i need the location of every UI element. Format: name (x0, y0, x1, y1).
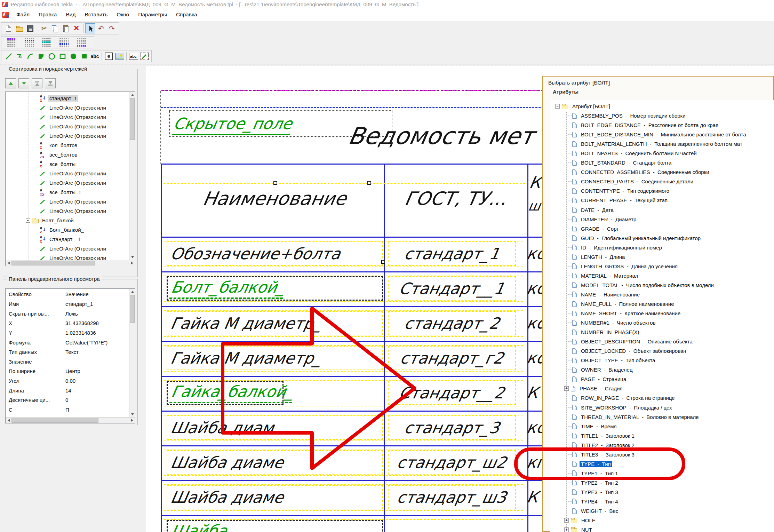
tree-item[interactable]: LineOrArc (Отрезок или (6, 244, 135, 253)
property-table[interactable]: Свойство Значение Имя стандарт_1 Скрыть … (5, 288, 135, 423)
move-down-button[interactable] (18, 78, 29, 88)
scroll-down-arrow[interactable] (129, 254, 135, 260)
hidden-field[interactable]: Скрытое_поле (174, 114, 292, 135)
row-standard-field[interactable]: Стандарт__1 (388, 276, 516, 301)
scroll-right-arrow[interactable] (129, 418, 135, 423)
property-row[interactable]: Значение (6, 357, 135, 367)
tree-item[interactable]: вес_болтов (6, 150, 135, 159)
tree-item[interactable]: LineOrArc (Отрезок или (6, 112, 135, 122)
attribute-item[interactable]: TYPE2 - Тип 2 (550, 478, 774, 487)
tree-vscroll-thumb[interactable] (130, 98, 135, 140)
header-col2[interactable]: ГОСТ, ТУ... (385, 188, 526, 209)
row-standard-field[interactable]: стандарт_3 (388, 415, 516, 440)
row-name-field[interactable]: Обозначение+болта (167, 241, 383, 266)
property-row[interactable]: Тип данных Текст (6, 347, 135, 357)
attribute-item[interactable]: TYPE3 - Тип 3 (550, 487, 774, 497)
attribute-item[interactable]: HOLE (550, 516, 774, 525)
row-name-field[interactable]: Гайка М диаметр_ (167, 346, 383, 370)
attribute-item[interactable]: CONTENTTYPE - Тип содержимого (550, 186, 774, 196)
property-row[interactable]: Длина 14 (6, 386, 135, 395)
scroll-up-arrow[interactable] (129, 92, 135, 98)
attribute-item[interactable]: DIAMETER - Диаметр (550, 215, 774, 224)
property-row[interactable]: С П (6, 405, 135, 415)
property-row[interactable]: Десятичные ци... 0 (6, 395, 135, 405)
row-standard-field[interactable]: стандарт_1 (388, 241, 516, 266)
attribute-item[interactable]: OWNER - Владелец (550, 365, 774, 374)
tree-item[interactable]: стандарт_1 (6, 94, 135, 103)
attribute-item[interactable]: OBJECT_DESCRIPTION - Описание объекта (550, 337, 774, 346)
attribute-item[interactable]: OBJECT_LOCKED - Объект заблокирован (550, 346, 774, 356)
property-vertical-scrollbar[interactable] (129, 289, 135, 417)
tree-item[interactable]: LineOrArc (Отрезок или (6, 131, 135, 141)
grip-handle[interactable] (381, 260, 385, 264)
attribute-item[interactable]: CURRENT_PHASE - Текущий этап (550, 196, 774, 205)
attribute-item[interactable]: TYPE4 - Тип 4 (550, 497, 774, 506)
attribute-item[interactable]: PHASE - Стадия (550, 384, 774, 393)
attribute-item[interactable]: TYPE1 - Тип 1 (550, 469, 774, 478)
property-row[interactable]: Имя стандарт_1 (6, 299, 135, 309)
property-row[interactable]: Угол 0.00 (6, 376, 135, 386)
attribute-item[interactable]: NAME_FULL - Полное наименование (550, 299, 774, 309)
expand-icon[interactable] (564, 527, 569, 532)
header-col3-line1[interactable]: К (529, 173, 541, 192)
attribute-item[interactable]: SITE_WORKSHOP - Площадка / цех (550, 403, 774, 412)
drawing-order-tree[interactable]: стандарт_1 LineOrArc (Отрезок или LineOr… (5, 92, 135, 266)
attribute-item[interactable]: TITLE3 - Заголовок 3 (550, 450, 774, 459)
row-standard-field[interactable]: стандарт_г2 (388, 346, 516, 370)
attribute-item[interactable]: TYPE - Тип (550, 459, 774, 469)
row-name-field[interactable]: Шайба_ (167, 520, 383, 532)
tree-item[interactable]: все_болты_1 (6, 188, 135, 197)
tree-item[interactable]: кол_болтов (6, 141, 135, 150)
tree-item[interactable]: LineOrArc (Отрезок или (6, 103, 135, 112)
attribute-item[interactable]: LENGTH - Длина (550, 252, 774, 262)
scroll-left-arrow[interactable] (6, 418, 11, 423)
attribute-item[interactable]: NUT (550, 525, 774, 532)
row-name-field[interactable]: Шайба диаме (167, 450, 383, 475)
expand-icon[interactable] (564, 518, 569, 523)
property-row[interactable]: По ширине Центр (6, 366, 135, 376)
attribute-item[interactable]: WEIGHT - Вес (550, 506, 774, 516)
attribute-item[interactable]: ROW_IN_PAGE - Строка на странице (550, 393, 774, 403)
tree-item[interactable]: LineOrArc (Отрезок или (6, 122, 135, 131)
grip-handle[interactable] (273, 181, 277, 185)
row-name-field[interactable]: Гайка М диаметр_ (167, 311, 383, 335)
attribute-item[interactable]: TITLE1 - Заголовок 1 (550, 431, 774, 440)
attribute-item[interactable]: ASSEMBLY_POS - Номер позиции сборки (550, 111, 774, 120)
attribute-item[interactable]: NUMBER#1 - Число объектов (550, 318, 774, 327)
tree-item[interactable]: LineOrArc (Отрезок или (6, 178, 135, 188)
section-boundary-line[interactable] (161, 107, 544, 108)
attribute-item[interactable]: NAME_SHORT - Краткое наименование (550, 309, 774, 318)
table-line[interactable] (161, 164, 544, 165)
move-up-button[interactable] (5, 78, 16, 88)
tree-item[interactable]: LineOrArc (Отрезок или (6, 197, 135, 206)
row-standard-field[interactable]: стандарт_ш3 (388, 485, 516, 509)
attribute-item[interactable]: BOLT_STANDARD - Стандарт болта (550, 158, 774, 167)
attribute-item[interactable]: TITLE2 - Заголовок 2 (550, 440, 774, 450)
sheet-title[interactable]: Ведомость мет (349, 122, 534, 150)
row-name-field[interactable]: Шайба диаме (167, 485, 383, 509)
tree-item[interactable]: Стандарт__1 (6, 235, 135, 244)
attribute-item[interactable]: NUMBER_IN_PHASE(X) (550, 327, 774, 337)
attribute-item[interactable]: BOLT_MATERIAL_LENGTH - Толщина закреплен… (550, 139, 774, 149)
tree-vertical-scrollbar[interactable] (129, 92, 135, 260)
attribute-item[interactable]: MATERIAL - Материал (550, 271, 774, 280)
row-qty-field[interactable]: К (527, 383, 538, 402)
attribute-item[interactable]: CONNECTED_ASSEMBLIES - Соединенные сборк… (550, 167, 774, 177)
move-to-bottom-button[interactable] (45, 78, 56, 88)
attribute-list[interactable]: Атрибут [БОЛТ] ASSEMBLY_POS - Номер пози… (550, 100, 774, 532)
scroll-down-arrow[interactable] (129, 411, 135, 417)
header-col3-line2[interactable]: ш (528, 198, 541, 214)
attribute-root-item[interactable]: Атрибут [БОЛТ] (550, 102, 774, 111)
attribute-item[interactable]: LENGTH_GROSS - Длина до усечения (550, 262, 774, 271)
attribute-item[interactable]: CONNECTED_PARTS - Соединенные детали (550, 177, 774, 186)
attribute-item[interactable]: NAME - Наименование (550, 290, 774, 299)
property-row[interactable]: Формула GetValue("TYPE") (6, 338, 135, 347)
attribute-item[interactable]: TIME - Время (550, 422, 774, 431)
collapse-icon[interactable] (555, 104, 560, 109)
scroll-left-arrow[interactable] (6, 260, 11, 266)
attribute-item[interactable]: GUID - Глобальный уникальный идентификат… (550, 233, 774, 243)
tree-item[interactable]: LineOrArc (Отрезок или (6, 169, 135, 178)
tree-item[interactable]: Болт_балкой_ (6, 225, 135, 235)
move-to-top-button[interactable] (32, 78, 42, 88)
attribute-item[interactable]: MODEL_TOTAL - Число подобных объектов в … (550, 280, 774, 290)
